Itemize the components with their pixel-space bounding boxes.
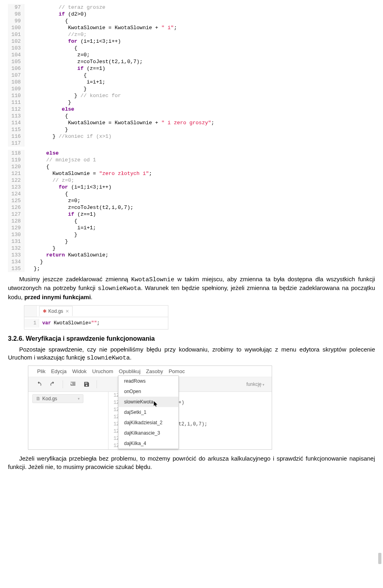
file-list-sidebar: 🗎Kod.gs ▾ [28, 392, 109, 449]
line-number: 102 [8, 38, 24, 45]
menu-item-edycja[interactable]: Edycja [51, 368, 67, 374]
code-row: 97 // teraz grosze [8, 4, 375, 11]
line-number: 129 [8, 224, 24, 231]
indent-button[interactable] [69, 381, 77, 388]
code-row: 131 } [8, 238, 375, 245]
line-number: 106 [8, 65, 24, 72]
code-row: 118 else [8, 150, 375, 157]
code-line: } [24, 231, 77, 238]
code-line: { [24, 45, 77, 52]
code-line: } [24, 238, 68, 245]
file-tab[interactable]: ✱ Kod.gs ✕ [39, 306, 73, 316]
line-number: 119 [8, 157, 24, 163]
line-number: 124 [8, 191, 24, 197]
code-line: { [24, 18, 68, 24]
code-line: // mniejsze od 1 [24, 157, 96, 163]
tab-row: ✱ Kod.gs ✕ [24, 306, 168, 317]
code-line: else [24, 150, 59, 157]
line-number: 97 [8, 4, 24, 11]
line-number: 101 [8, 31, 24, 38]
line-number: 125 [8, 197, 24, 204]
code-row: 120 { [8, 163, 375, 170]
menu-item-uruchom[interactable]: Uruchom [92, 368, 113, 374]
function-selector-label[interactable]: funkcję [246, 381, 265, 387]
code-row: 112 else [8, 106, 375, 113]
code-line: } [24, 99, 71, 106]
line-number: 135 [8, 265, 24, 272]
bold-text: przed innymi funkcjami [24, 294, 91, 300]
code-row: 98 if (d2>0) [8, 11, 375, 18]
code-line: } [24, 126, 68, 133]
modified-indicator-icon: ✱ [43, 308, 47, 314]
line-number: 118 [8, 150, 24, 157]
cursor-icon [153, 401, 159, 407]
dropdown-item-readRows[interactable]: readRows [118, 376, 178, 386]
line-number: 108 [8, 79, 24, 85]
menubar: PlikEdycjaWidokUruchomOpublikujZasobyPom… [28, 366, 272, 377]
close-icon[interactable]: ✕ [65, 309, 69, 314]
dropdown-item-dajKilkanascie_3[interactable]: dajKilkanascie_3 [118, 428, 178, 438]
line-number: 123 [8, 184, 24, 191]
line-number: 120 [8, 163, 24, 170]
code-line: { [24, 113, 68, 119]
code-line: if (z==1) [24, 211, 96, 218]
code-line: return KwotaSlownie; [24, 252, 109, 258]
run-function-dropdown: readRowsonOpenslownieKwotadajSetki_1dajK… [118, 375, 179, 449]
menu-item-zasoby[interactable]: Zasoby [146, 368, 163, 374]
menu-item-plik[interactable]: Plik [37, 368, 45, 374]
menu-item-widok[interactable]: Widok [72, 368, 87, 374]
code-line: for (i=1;i<3;i++) [24, 38, 121, 45]
code-row: 121 KwotaSlownie = "zero złotych i"; [8, 170, 375, 177]
text: . [91, 294, 93, 300]
code-line: // teraz grosze [24, 4, 105, 11]
code-block-1: 97 // teraz grosze98 if (d2>0)99 {100 Kw… [8, 4, 375, 147]
code-row: 129 i=i+1; [8, 224, 375, 231]
code-row: 99 { [8, 18, 375, 24]
code-line: if (z==1) [24, 65, 105, 72]
code-row: 113 { [8, 113, 375, 119]
code-row: 119 // mniejsze od 1 [8, 157, 375, 163]
code-row: 125 z=0; [8, 197, 375, 204]
dropdown-item-dajKilkadziesiat_2[interactable]: dajKilkadziesiat_2 [118, 417, 178, 428]
code-line: } [24, 245, 55, 252]
dropdown-icon: ▾ [78, 397, 80, 401]
code-row: 114 KwotaSlownie = KwotaSlownie + " i ze… [8, 119, 375, 126]
code-line: { [24, 163, 49, 170]
line-number: 104 [8, 52, 24, 58]
line-number: 99 [8, 18, 24, 24]
menu-item-opublikuj[interactable]: Opublikuj [119, 368, 140, 374]
code-line: { [24, 72, 87, 79]
code-row: 110 } // koniec for [8, 92, 375, 99]
code-row: 135 }; [8, 265, 375, 272]
code-row: 124 { [8, 191, 375, 197]
dropdown-item-slownieKwota[interactable]: slownieKwota [118, 397, 178, 407]
undo-button[interactable] [36, 381, 43, 388]
paragraph-verification: Pozostaje sprawdzenie, czy nie popełnili… [8, 346, 375, 363]
file-icon: 🗎 [36, 396, 41, 401]
code-line: } //koniec if (x>1) [24, 133, 112, 140]
code-row: 123 for (i=1;i<3;i++) [8, 184, 375, 191]
code-line: i=i+1; [24, 79, 105, 85]
file-chip[interactable]: 🗎Kod.gs ▾ [32, 394, 83, 403]
text: Pozostaje sprawdzenie, czy nie popełnili… [8, 346, 375, 361]
redo-button[interactable] [49, 381, 56, 388]
code-line: z=0; [24, 197, 81, 204]
dropdown-item-dajSetki_1[interactable]: dajSetki_1 [118, 407, 178, 417]
line-number: 128 [8, 218, 24, 224]
line-number: 103 [8, 45, 24, 52]
dropdown-item-onOpen[interactable]: onOpen [118, 386, 178, 397]
save-button[interactable] [83, 381, 90, 388]
menu-item-pomoc[interactable]: Pomoc [169, 368, 185, 374]
code-row: 1 var KwotaSlownie=""; [24, 319, 168, 328]
code-row: 107 { [8, 72, 375, 79]
line-number: 115 [8, 126, 24, 133]
code-row: 117 [8, 140, 375, 147]
code-row: 128 { [8, 218, 375, 224]
line-number: 114 [8, 119, 24, 126]
code-line: var KwotaSlownie=""; [39, 319, 100, 328]
line-number: 111 [8, 99, 24, 106]
dropdown-item-dajKilka_4[interactable]: dajKilka_4 [118, 438, 178, 449]
code-row: 130 } [8, 231, 375, 238]
code-line: z=0; [24, 52, 90, 58]
code-line: { [24, 191, 68, 197]
